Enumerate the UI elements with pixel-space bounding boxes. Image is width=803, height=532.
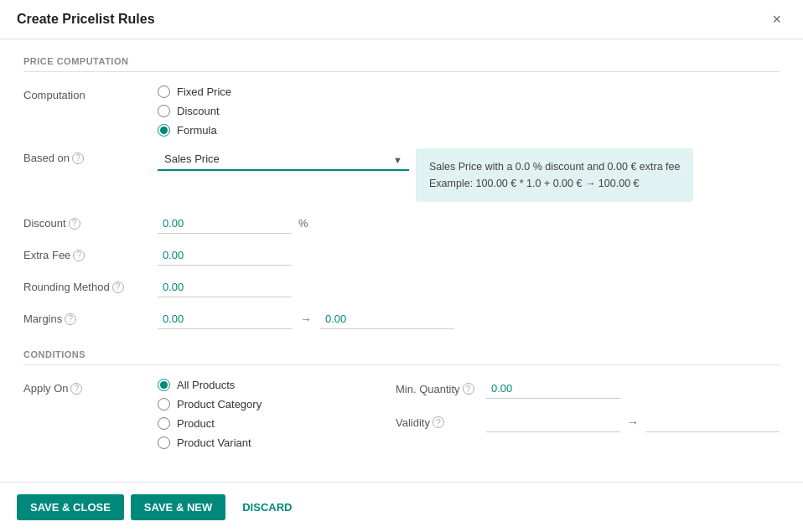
- info-box-line2: Example: 100.00 € * 1.0 + 0.00 € → 100.0…: [429, 175, 680, 192]
- radio-discount[interactable]: Discount: [158, 105, 231, 117]
- computation-radio-group: Fixed Price Discount Formula: [158, 85, 231, 137]
- radio-product-variant-label: Product Variant: [177, 436, 251, 449]
- validity-help-icon[interactable]: ?: [433, 416, 444, 428]
- based-on-select[interactable]: Sales Price Other Pricelist Cost: [158, 148, 409, 171]
- based-on-label: Based on ?: [23, 148, 158, 164]
- min-quantity-row: Min. Quantity ?: [396, 379, 780, 399]
- dialog-body: PRICE COMPUTATION Computation Fixed Pric…: [0, 39, 803, 482]
- min-quantity-label: Min. Quantity ?: [396, 383, 479, 395]
- radio-formula-label: Formula: [177, 124, 217, 137]
- extra-fee-help-icon[interactable]: ?: [73, 250, 85, 261]
- based-on-row: Based on ? Sales Price Other Pricelist C…: [23, 148, 780, 202]
- discount-row: Discount ? %: [23, 214, 780, 234]
- rounding-method-content: [158, 277, 780, 297]
- apply-on-left: All Products Product Category Product: [158, 379, 379, 449]
- radio-product-variant-input[interactable]: [158, 436, 170, 449]
- dialog-header: Create Pricelist Rules ×: [0, 0, 803, 39]
- radio-all-products-input[interactable]: [158, 379, 170, 391]
- radio-formula-input[interactable]: [158, 124, 170, 137]
- computation-options: Fixed Price Discount Formula: [158, 85, 780, 137]
- margins-from-input[interactable]: [158, 309, 292, 329]
- apply-on-content: All Products Product Category Product: [158, 379, 780, 449]
- price-computation-section-title: PRICE COMPUTATION: [23, 56, 780, 72]
- radio-product-input[interactable]: [158, 417, 170, 430]
- discount-input[interactable]: [158, 214, 292, 234]
- margins-to-input[interactable]: [320, 309, 454, 329]
- based-on-content: Sales Price Other Pricelist Cost ▼ Sales…: [158, 148, 780, 202]
- rounding-method-help-icon[interactable]: ?: [112, 281, 124, 293]
- validity-row: Validity ? →: [396, 412, 780, 432]
- margins-arrow: →: [300, 312, 312, 326]
- apply-on-row: Apply On ? All Products Product Categ: [23, 379, 780, 449]
- info-box-line1: Sales Price with a 0.0 % discount and 0.…: [429, 158, 680, 175]
- radio-product-category-input[interactable]: [158, 398, 170, 411]
- conditions-section-title: CONDITIONS: [23, 349, 780, 365]
- radio-fixed-price-input[interactable]: [158, 85, 170, 98]
- formula-info-box: Sales Price with a 0.0 % discount and 0.…: [416, 148, 693, 202]
- radio-all-products[interactable]: All Products: [158, 379, 379, 391]
- extra-fee-input[interactable]: [158, 245, 292, 266]
- apply-on-right: Min. Quantity ? Validity ? →: [379, 379, 780, 449]
- extra-fee-content: [158, 245, 780, 266]
- save-new-button[interactable]: SAVE & NEW: [131, 494, 225, 520]
- min-quantity-help-icon[interactable]: ?: [463, 383, 474, 395]
- radio-formula[interactable]: Formula: [158, 124, 231, 137]
- dialog-title: Create Pricelist Rules: [17, 12, 155, 27]
- radio-product-variant[interactable]: Product Variant: [158, 436, 379, 449]
- discount-label: Discount ?: [23, 214, 158, 230]
- radio-fixed-price[interactable]: Fixed Price: [158, 85, 231, 98]
- create-pricelist-rules-dialog: Create Pricelist Rules × PRICE COMPUTATI…: [0, 0, 803, 532]
- extra-fee-label: Extra Fee ?: [23, 245, 158, 261]
- apply-on-radio-group: All Products Product Category Product: [158, 379, 379, 449]
- discount-help-icon[interactable]: ?: [69, 218, 80, 230]
- conditions-section: CONDITIONS Apply On ? All Products: [23, 349, 780, 449]
- margins-help-icon[interactable]: ?: [65, 313, 76, 325]
- validity-arrow: →: [627, 416, 639, 429]
- radio-discount-input[interactable]: [158, 105, 170, 117]
- dialog-footer: SAVE & CLOSE SAVE & NEW DISCARD: [0, 482, 803, 532]
- computation-label: Computation: [23, 85, 158, 101]
- rounding-method-label: Rounding Method ?: [23, 277, 158, 293]
- based-on-help-icon[interactable]: ?: [72, 152, 84, 164]
- radio-fixed-price-label: Fixed Price: [177, 85, 231, 98]
- apply-on-help-icon[interactable]: ?: [70, 383, 82, 395]
- extra-fee-row: Extra Fee ?: [23, 245, 780, 266]
- discard-button[interactable]: DISCARD: [232, 494, 302, 520]
- radio-product-label: Product: [177, 417, 215, 430]
- close-button[interactable]: ×: [767, 10, 786, 28]
- discount-suffix: %: [298, 214, 308, 230]
- apply-on-label: Apply On ?: [23, 379, 158, 395]
- based-on-select-wrapper: Sales Price Other Pricelist Cost ▼: [158, 148, 409, 171]
- radio-discount-label: Discount: [177, 105, 220, 117]
- rounding-method-input[interactable]: [158, 277, 292, 297]
- min-quantity-input[interactable]: [486, 379, 620, 399]
- margins-content: →: [158, 309, 780, 329]
- discount-content: %: [158, 214, 780, 234]
- margins-inputs: →: [158, 309, 454, 329]
- validity-from-input[interactable]: [486, 412, 620, 432]
- radio-all-products-label: All Products: [177, 379, 235, 391]
- rounding-method-row: Rounding Method ?: [23, 277, 780, 297]
- margins-row: Margins ? →: [23, 309, 780, 329]
- validity-label: Validity ?: [396, 416, 479, 429]
- save-close-button[interactable]: SAVE & CLOSE: [17, 494, 124, 520]
- computation-row: Computation Fixed Price Discount Formula: [23, 85, 780, 137]
- radio-product[interactable]: Product: [158, 417, 379, 430]
- validity-to-input[interactable]: [645, 412, 780, 432]
- margins-label: Margins ?: [23, 309, 158, 325]
- radio-product-category-label: Product Category: [177, 398, 262, 411]
- radio-product-category[interactable]: Product Category: [158, 398, 379, 411]
